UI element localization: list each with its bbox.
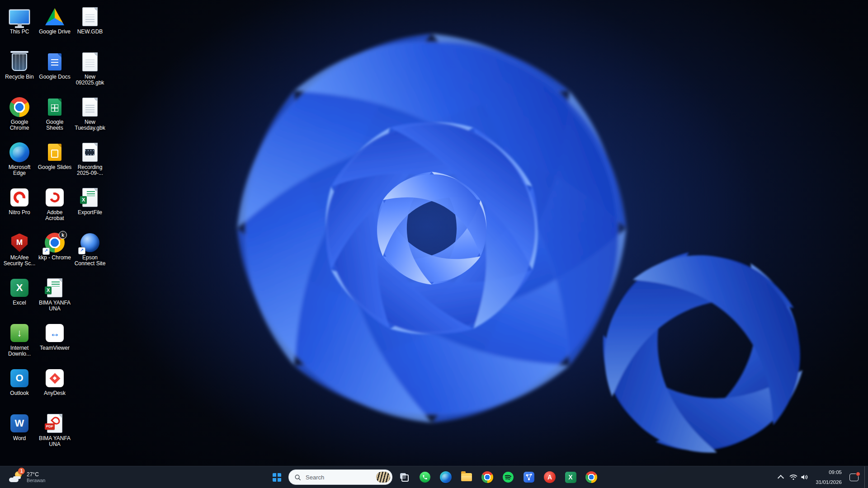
pdf-file-icon: PDF [47, 414, 62, 433]
anydesk-taskbar-icon: A [544, 471, 556, 483]
tray-date: 31/01/2026 [816, 479, 842, 486]
file-explorer-icon [461, 473, 472, 481]
desktop-icon-new-gdb[interactable]: NEW.GDB [72, 4, 108, 49]
desktop-icon-google-sheets[interactable]: Google Sheets [37, 94, 72, 139]
shortcut-arrow-icon: ↗ [78, 247, 85, 254]
edge-icon [9, 142, 29, 162]
desktop-icon-google-chrome[interactable]: Google Chrome [2, 94, 37, 139]
taskbar-file-explorer-button[interactable] [458, 468, 476, 486]
desktop-icon-epson-connect-site[interactable]: ↗ Epson Connect Site [72, 230, 108, 275]
desktop-icon-word[interactable]: W Word [2, 410, 37, 455]
word-icon: W [10, 414, 28, 432]
recycle-bin-icon [12, 53, 27, 71]
hidden-icons-button[interactable] [776, 468, 786, 486]
taskbar-edge-button[interactable] [437, 468, 455, 486]
show-desktop-button[interactable] [864, 466, 867, 488]
search-highlight-image[interactable] [376, 472, 390, 483]
desktop-icon-outlook[interactable]: O Outlook [2, 365, 37, 410]
wallpaper-bloom [0, 0, 868, 488]
document-file-icon [82, 52, 98, 71]
excel-file-icon: X [82, 188, 98, 207]
weather-widget[interactable]: 1 27°C Berawan [4, 466, 51, 488]
document-file-icon [82, 98, 98, 117]
wifi-icon [789, 474, 797, 480]
chrome-profile-badge: k [59, 231, 67, 239]
taskbar-excel-button[interactable]: X [561, 468, 580, 486]
clock-button[interactable]: 09:05 31/01/2026 [811, 468, 846, 486]
whatsapp-icon [419, 471, 431, 483]
desktop-icon-recycle-bin[interactable]: Recycle Bin [2, 49, 37, 94]
desktop-icon-new-tuesday-gbk[interactable]: New Tuesday.gbk [72, 94, 108, 139]
desktop-icon-this-pc[interactable]: This PC [2, 4, 37, 49]
windows-logo-icon [273, 473, 281, 482]
search-icon [294, 474, 301, 481]
desktop-icon-exportfile[interactable]: X ExportFile [72, 184, 108, 230]
desktop-icon-microsoft-edge[interactable]: Microsoft Edge [2, 139, 37, 184]
this-pc-icon [9, 9, 30, 24]
start-button[interactable] [268, 468, 286, 486]
anydesk-icon [46, 369, 64, 387]
desktop-icon-teamviewer[interactable]: ↔ TeamViewer [37, 320, 72, 365]
taskbar-connect-app-button[interactable] [520, 468, 538, 486]
teamviewer-icon: ↔ [46, 324, 64, 342]
taskbar-center: A X [268, 468, 600, 486]
shortcut-arrow-icon: ↗ [42, 248, 50, 255]
widget-notification-badge: 1 [18, 468, 25, 474]
edge-icon [440, 471, 452, 483]
desktop-icon-kkp-chrome[interactable]: k ↗ kkp - Chrome [37, 230, 72, 275]
globe-icon: ↗ [80, 233, 99, 252]
taskbar: 1 27°C Berawan [0, 466, 868, 488]
desktop-icon-excel[interactable]: X Excel [2, 275, 37, 320]
desktop-icon-google-drive[interactable]: Google Drive [37, 4, 72, 49]
desktop: This PC Recycle Bin Google Chrome Micros… [0, 0, 868, 488]
video-file-icon [82, 143, 98, 162]
notification-center-button[interactable] [847, 468, 861, 486]
desktop-icon-recording[interactable]: Recording 2025-09-... [72, 139, 108, 184]
system-tray: 09:05 31/01/2026 [776, 466, 867, 488]
desktop-icon-nitro-pro[interactable]: Nitro Pro [2, 184, 37, 230]
task-view-button[interactable] [395, 468, 413, 486]
excel-icon: X [565, 472, 576, 483]
nitro-pro-icon [10, 188, 28, 206]
network-app-icon [523, 471, 535, 483]
network-volume-button[interactable] [787, 468, 811, 486]
google-docs-icon [48, 53, 61, 70]
weather-condition: Berawan [27, 478, 45, 483]
desktop-icon-grid: This PC Recycle Bin Google Chrome Micros… [2, 4, 108, 455]
excel-icon: X [10, 279, 28, 297]
task-view-icon [400, 473, 409, 482]
chrome-icon [9, 97, 29, 117]
desktop-icon-bima-yanfa-una-pdf[interactable]: PDF BIMA YANFA UNA [37, 410, 72, 455]
search-input[interactable] [305, 474, 373, 481]
taskbar-chrome-button[interactable] [478, 468, 496, 486]
desktop-icon-adobe-acrobat[interactable]: Adobe Acrobat [37, 184, 72, 230]
chrome-icon [481, 471, 493, 483]
document-file-icon [82, 7, 98, 26]
notification-icon [849, 474, 859, 481]
taskbar-spotify-button[interactable] [499, 468, 517, 486]
volume-icon [801, 474, 808, 480]
tray-time: 09:05 [829, 469, 842, 476]
mcafee-shield-icon: M [11, 234, 28, 252]
taskbar-anydesk-button[interactable]: A [541, 468, 559, 486]
spotify-icon [502, 471, 514, 483]
google-slides-icon [48, 144, 61, 161]
taskbar-browser-button[interactable] [582, 468, 600, 486]
acrobat-icon [46, 188, 64, 206]
chevron-up-icon [778, 475, 784, 481]
browser-icon [585, 471, 597, 483]
weather-temperature: 27°C [27, 471, 45, 478]
taskbar-whatsapp-button[interactable] [416, 468, 434, 486]
outlook-icon: O [10, 369, 28, 387]
google-sheets-icon [48, 99, 61, 116]
desktop-icon-new-092025-gbk[interactable]: New 092025.gbk [72, 49, 108, 94]
desktop-icon-mcafee[interactable]: M McAfee Security Sc... [2, 230, 37, 275]
desktop-icon-anydesk[interactable]: AnyDesk [37, 365, 72, 410]
excel-file-icon: X [47, 278, 62, 297]
desktop-icon-google-slides[interactable]: Google Slides [37, 139, 72, 184]
desktop-icon-internet-download-manager[interactable]: ↓ Internet Downlo... [2, 320, 37, 365]
desktop-icon-google-docs[interactable]: Google Docs [37, 49, 72, 94]
taskbar-search[interactable] [288, 469, 392, 485]
desktop-icon-bima-yanfa-una-xlsx[interactable]: X BIMA YANFA UNA [37, 275, 72, 320]
idm-icon: ↓ [10, 324, 28, 342]
